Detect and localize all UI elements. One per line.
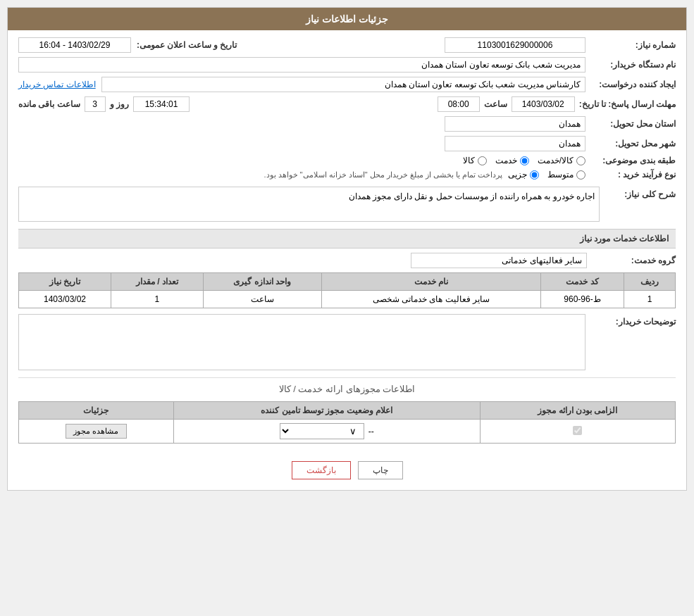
deadline-time-label: ساعت <box>484 99 507 109</box>
purchase-radio-group: متوسط جزیی <box>508 170 585 180</box>
purchase-partial-radio[interactable] <box>530 170 539 180</box>
city-row: شهر محل تحویل: همدان <box>18 136 676 151</box>
need-description-value: اجاره خودرو به همراه راننده از موسسات حم… <box>349 191 595 201</box>
announce-label: تاریخ و ساعت اعلان عمومی: <box>137 40 237 50</box>
service-date: 1403/03/02 <box>19 291 111 308</box>
creator-link[interactable]: اطلاعات تماس خریدار <box>18 80 96 89</box>
purchase-type-row: نوع فرآیند خرید : متوسط جزیی پرداخت تمام… <box>18 170 676 180</box>
buyer-notes-box[interactable] <box>18 314 585 370</box>
buyer-org-label: نام دستگاه خریدار: <box>591 60 676 70</box>
status-select[interactable]: ∨ <box>280 423 364 439</box>
province-value: همدان <box>445 116 585 132</box>
deadline-label: مهلت ارسال پاسخ: تا تاریخ: <box>579 99 676 109</box>
col-header-qty: تعداد / مقدار <box>111 273 203 291</box>
mandatory-checkbox <box>573 426 582 435</box>
services-table: ردیف کد خدمت نام خدمت واحد اندازه گیری ت… <box>18 272 676 308</box>
status-cell: -- ∨ <box>173 420 480 444</box>
category-service-label: خدمت <box>495 156 517 165</box>
category-goods-item: کالا <box>463 156 487 165</box>
service-group-row: گروه خدمت: سایر فعالیتهای خدماتی <box>18 253 676 268</box>
need-number-value: 1103001629000006 <box>445 37 585 53</box>
license-table-row: -- ∨ مشاهده مجوز <box>19 420 676 444</box>
purchase-medium-radio[interactable] <box>576 170 585 180</box>
province-label: استان محل تحویل: <box>591 119 676 129</box>
creator-label: ایجاد کننده درخواست: <box>591 80 676 89</box>
remaining-label: ساعت باقی مانده <box>18 99 80 109</box>
remaining-time: 15:34:01 <box>133 96 190 112</box>
category-service-item: خدمت <box>495 156 529 165</box>
creator-row: ایجاد کننده درخواست: کارشناس مدیریت شعب … <box>18 77 676 92</box>
category-service-radio[interactable] <box>520 156 529 165</box>
creator-value: کارشناس مدیریت شعب بانک توسعه تعاون استا… <box>101 77 585 92</box>
purchase-medium-item: متوسط <box>547 170 585 180</box>
status-value: -- <box>368 427 374 436</box>
col-header-status: اعلام وضعیت مجوز توسط تامین کننده <box>173 402 480 420</box>
category-row: طبقه بندی موضوعی: کالا/خدمت خدمت کالا <box>18 156 676 165</box>
service-unit: ساعت <box>203 291 321 308</box>
category-goods-radio[interactable] <box>478 156 487 165</box>
need-description-label: شرح کلی نیاز: <box>605 187 676 199</box>
col-header-mandatory: الزامی بودن ارائه مجوز <box>480 402 675 420</box>
col-header-details: جزئیات <box>19 402 174 420</box>
col-header-date: تاریخ نیاز <box>19 273 111 291</box>
col-header-name: نام خدمت <box>321 273 541 291</box>
deadline-time: 08:00 <box>438 96 480 112</box>
main-card: جزئیات اطلاعات نیاز شماره نیاز: 11030016… <box>7 7 687 491</box>
back-button[interactable]: بازگشت <box>292 461 351 479</box>
card-header: جزئیات اطلاعات نیاز <box>8 8 686 30</box>
details-cell: مشاهده مجوز <box>19 420 174 444</box>
need-number-row: شماره نیاز: 1103001629000006 تاریخ و ساع… <box>18 37 676 53</box>
purchase-partial-item: جزیی <box>508 170 539 180</box>
mandatory-cell <box>480 420 675 444</box>
days-label: روز و <box>110 99 129 109</box>
service-group-value: سایر فعالیتهای خدماتی <box>411 253 587 268</box>
purchase-type-label: نوع فرآیند خرید : <box>591 170 676 180</box>
buyer-org-value: مدیریت شعب بانک توسعه تعاون استان همدان <box>18 57 585 73</box>
license-section-title: اطلاعات مجوزهای ارائه خدمت / کالا <box>18 377 676 397</box>
need-description-box: اجاره خودرو به همراه راننده از موسسات حم… <box>18 187 600 222</box>
service-code: ط-96-960 <box>541 291 624 308</box>
need-number-label: شماره نیاز: <box>591 40 676 50</box>
category-radio-group: کالا/خدمت خدمت کالا <box>463 156 585 165</box>
print-button[interactable]: چاپ <box>358 461 403 479</box>
category-goods-service-radio[interactable] <box>576 156 585 165</box>
col-header-row-num: ردیف <box>624 273 675 291</box>
city-label: شهر محل تحویل: <box>591 139 676 149</box>
days-value: 3 <box>85 96 106 112</box>
category-goods-label: کالا <box>463 156 475 165</box>
category-goods-service-label: کالا/خدمت <box>538 156 574 165</box>
page-wrapper: جزئیات اطلاعات نیاز شماره نیاز: 11030016… <box>0 0 694 616</box>
announce-value: 1403/02/29 - 16:04 <box>18 37 131 53</box>
need-description-row: شرح کلی نیاز: اجاره خودرو به همراه رانند… <box>18 187 676 222</box>
purchase-note: پرداخت تمام یا بخشی از مبلغ خریدار محل "… <box>264 170 502 180</box>
services-section-title: اطلاعات خدمات مورد نیاز <box>18 229 676 249</box>
col-header-code: کد خدمت <box>541 273 624 291</box>
province-row: استان محل تحویل: همدان <box>18 116 676 132</box>
license-table-header-row: الزامی بودن ارائه مجوز اعلام وضعیت مجوز … <box>19 402 676 420</box>
buyer-org-row: نام دستگاه خریدار: مدیریت شعب بانک توسعه… <box>18 57 676 73</box>
services-table-header-row: ردیف کد خدمت نام خدمت واحد اندازه گیری ت… <box>19 273 676 291</box>
col-header-unit: واحد اندازه گیری <box>203 273 321 291</box>
bottom-buttons: چاپ بازگشت <box>8 451 686 490</box>
buyer-notes-row: توضیحات خریدار: <box>18 314 676 370</box>
page-title: جزئیات اطلاعات نیاز <box>306 13 388 25</box>
service-group-label: گروه خدمت: <box>591 256 676 265</box>
card-body: شماره نیاز: 1103001629000006 تاریخ و ساع… <box>8 30 686 451</box>
deadline-row: مهلت ارسال پاسخ: تا تاریخ: 1403/03/02 سا… <box>18 96 676 112</box>
deadline-date: 1403/03/02 <box>512 96 575 112</box>
service-name: سایر فعالیت های خدماتی شخصی <box>321 291 541 308</box>
city-value: همدان <box>445 136 585 151</box>
view-license-button[interactable]: مشاهده مجوز <box>66 424 126 439</box>
license-table: الزامی بودن ارائه مجوز اعلام وضعیت مجوز … <box>18 401 676 444</box>
purchase-partial-label: جزیی <box>508 170 527 180</box>
category-goods-service-item: کالا/خدمت <box>538 156 585 165</box>
services-table-row: 1 ط-96-960 سایر فعالیت های خدماتی شخصی س… <box>19 291 676 308</box>
service-qty: 1 <box>111 291 203 308</box>
purchase-medium-label: متوسط <box>547 170 574 180</box>
row-num: 1 <box>624 291 675 308</box>
category-label: طبقه بندی موضوعی: <box>591 156 676 165</box>
buyer-notes-label: توضیحات خریدار: <box>591 314 676 327</box>
